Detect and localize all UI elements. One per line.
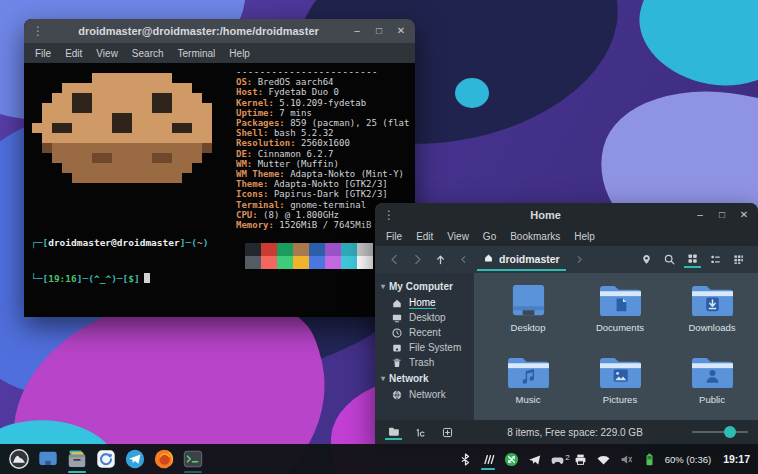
terminal-menu-file[interactable]: File: [28, 46, 58, 61]
art-pixel: [222, 143, 232, 153]
system-tray: 260% (0:36)19:17: [458, 452, 750, 467]
sidebar-section-label: My Computer: [389, 281, 453, 292]
sidebar-places-toggle[interactable]: [385, 424, 402, 440]
prompt-segment: ]: [134, 273, 140, 284]
bluetooth-tray-icon[interactable]: [458, 452, 473, 467]
art-pixel: [92, 163, 102, 173]
file-downloads[interactable]: Downloads: [666, 281, 758, 353]
file-manager-content[interactable]: DesktopDocumentsDownloadsMusicPicturesPu…: [474, 273, 758, 420]
fm-menu-edit[interactable]: Edit: [409, 229, 440, 244]
up-button[interactable]: [432, 251, 449, 268]
file-music[interactable]: Music: [482, 353, 574, 425]
terminal-taskbar-icon[interactable]: [182, 448, 204, 470]
breadcrumb[interactable]: droidmaster: [477, 248, 566, 271]
window-menu-icon[interactable]: ⋮: [383, 208, 397, 222]
recent-icon: [391, 327, 403, 339]
telegram-tray-tray-icon[interactable]: [527, 452, 542, 467]
zoom-slider-track: [692, 431, 748, 433]
fm-menu-file[interactable]: File: [379, 229, 409, 244]
art-pixel: [92, 143, 102, 153]
fm-menu-view[interactable]: View: [440, 229, 476, 244]
neofetch-value: BredOS aarch64: [252, 77, 333, 87]
terminal-menu-search[interactable]: Search: [125, 46, 171, 61]
art-pixel: [102, 143, 112, 153]
art-pixel: [112, 153, 122, 163]
file-label: Public: [699, 394, 725, 405]
file-manager-window: ⋮ Home – □ ✕ FileEditViewGoBookmarksHelp…: [375, 203, 758, 444]
file-manager-titlebar[interactable]: ⋮ Home – □ ✕: [375, 203, 758, 227]
sidebar-item-recent[interactable]: Recent: [375, 325, 474, 340]
controller-tray-icon[interactable]: 2: [550, 452, 565, 467]
neofetch-line: Uptime: 7 mins: [236, 108, 409, 118]
terminal-titlebar[interactable]: ⋮ droidmaster@droidmaster:/home/droidmas…: [24, 19, 415, 43]
gestures-tray-icon[interactable]: [481, 452, 496, 467]
file-manager-taskbar-icon[interactable]: [66, 448, 88, 470]
wifi-tray-icon[interactable]: [596, 452, 611, 467]
sidebar-item-desktop[interactable]: Desktop: [375, 310, 474, 325]
battery-indicator[interactable]: [642, 452, 657, 467]
terminal-menu-view[interactable]: View: [89, 46, 125, 61]
telegram-taskbar-icon[interactable]: [124, 448, 146, 470]
terminal-window: ⋮ droidmaster@droidmaster:/home/droidmas…: [24, 19, 415, 317]
sidebar-section-network[interactable]: ▾Network: [375, 370, 474, 387]
terminal-menu-terminal[interactable]: Terminal: [171, 46, 223, 61]
terminal-menu-help[interactable]: Help: [222, 46, 257, 61]
launcher-taskbar-icon[interactable]: [8, 448, 30, 470]
forward-button[interactable]: [409, 251, 426, 268]
back-button[interactable]: [386, 251, 403, 268]
search-button[interactable]: [661, 251, 678, 268]
minimize-button[interactable]: –: [694, 210, 706, 220]
sync-tray-icon[interactable]: [504, 452, 519, 467]
sidebar-section-label: Network: [389, 373, 428, 384]
sidebar-item-file-system[interactable]: File System: [375, 340, 474, 355]
art-pixel: [192, 143, 202, 153]
maximize-button[interactable]: □: [716, 210, 728, 220]
expander-toggle[interactable]: [439, 424, 456, 440]
art-pixel: [162, 143, 172, 153]
file-documents[interactable]: Documents: [574, 281, 666, 353]
audio-muted-tray-icon[interactable]: [619, 452, 634, 467]
art-pixel: [132, 83, 142, 93]
software-taskbar-icon[interactable]: [95, 448, 117, 470]
sidebar-item-network[interactable]: Network: [375, 387, 474, 402]
close-button[interactable]: ✕: [738, 210, 750, 220]
fm-menu-go[interactable]: Go: [476, 229, 503, 244]
sidebar-treeview-toggle[interactable]: [412, 424, 429, 440]
window-menu-icon[interactable]: ⋮: [32, 24, 46, 38]
printer-tray-icon[interactable]: [573, 452, 588, 467]
compact-view-button[interactable]: [730, 251, 747, 268]
sidebar-section-my-computer[interactable]: ▾My Computer: [375, 278, 474, 295]
sidebar-item-home[interactable]: Home: [375, 295, 474, 310]
breadcrumb-scroll-right[interactable]: [571, 251, 588, 268]
art-pixel: [212, 153, 222, 163]
running-indicator: [184, 471, 202, 473]
fm-menu-help[interactable]: Help: [567, 229, 602, 244]
close-button[interactable]: ✕: [395, 26, 407, 36]
zoom-slider-knob[interactable]: [724, 426, 736, 438]
file-public[interactable]: Public: [666, 353, 758, 425]
taskbar: 260% (0:36)19:17: [0, 444, 758, 474]
maximize-button[interactable]: □: [373, 26, 385, 36]
firefox-taskbar-icon[interactable]: [153, 448, 175, 470]
statusbar-toggles: [385, 424, 466, 440]
neofetch-value: (8) @ 1.800GHz: [258, 210, 339, 220]
fm-menu-bookmarks[interactable]: Bookmarks: [503, 229, 567, 244]
minimize-button[interactable]: –: [351, 26, 363, 36]
list-view-button[interactable]: [707, 251, 724, 268]
file-pictures[interactable]: Pictures: [574, 353, 666, 425]
sidebar-item-trash[interactable]: Trash: [375, 355, 474, 370]
terminal-body[interactable]: ------------------------OS: BredOS aarch…: [24, 63, 415, 317]
breadcrumb-scroll-left[interactable]: [455, 251, 472, 268]
grid-view-button[interactable]: [684, 251, 701, 268]
art-pixel: [32, 123, 42, 133]
art-pixel: [102, 163, 112, 173]
art-pixel: [202, 163, 212, 173]
file-desktop[interactable]: Desktop: [482, 281, 574, 353]
clock[interactable]: 19:17: [723, 453, 750, 465]
location-toggle-button[interactable]: [638, 251, 655, 268]
running-indicator: [481, 468, 495, 470]
art-pixel: [162, 73, 172, 83]
show-desktop-taskbar-icon[interactable]: [37, 448, 59, 470]
terminal-menu-edit[interactable]: Edit: [58, 46, 89, 61]
zoom-slider[interactable]: [692, 425, 748, 439]
